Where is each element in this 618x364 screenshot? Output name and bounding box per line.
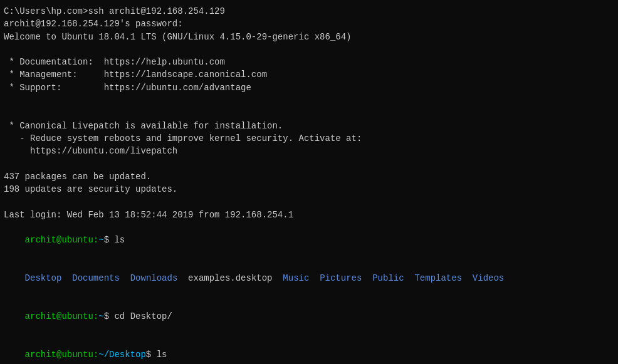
line-empty2 xyxy=(4,94,614,107)
path-1: ~ xyxy=(98,235,103,245)
path-3: ~/Desktop xyxy=(98,350,146,360)
line-password: archit@192.168.254.129's password: xyxy=(4,18,614,30)
line-livepatch: * Canonical Livepatch is available for i… xyxy=(4,120,614,132)
line-empty1 xyxy=(4,43,614,56)
dir-templates: Templates xyxy=(414,273,462,283)
sp5 xyxy=(404,273,415,283)
line-mgmt: * Management: https://landscape.canonica… xyxy=(4,68,614,81)
line-reduce: - Reduce system reboots and improve kern… xyxy=(4,132,614,145)
dir-desktop: Desktop xyxy=(25,273,62,283)
terminal: C:\Users\hp.com>ssh archit@192.168.254.1… xyxy=(0,0,618,364)
line-updates: 198 updates are security updates. xyxy=(4,183,614,195)
prompt-1: archit@ubuntu: xyxy=(25,235,99,245)
prompt-2: archit@ubuntu: xyxy=(25,311,99,321)
dollar-3: $ ls xyxy=(146,350,167,360)
line-ls-output: Desktop Documents Downloads examples.des… xyxy=(4,259,614,298)
line-empty3 xyxy=(4,107,614,119)
examples: examples.desktop xyxy=(177,273,283,283)
dir-videos: Videos xyxy=(473,273,504,283)
dir-downloads: Downloads xyxy=(130,273,178,283)
line-lastlogin: Last login: Wed Feb 13 18:52:44 2019 fro… xyxy=(4,209,614,221)
dollar-1: $ ls xyxy=(104,235,125,245)
line-ls-cmd: archit@ubuntu:~$ ls xyxy=(4,221,614,259)
dir-public: Public xyxy=(372,273,404,283)
dollar-2: $ cd Desktop/ xyxy=(104,311,172,321)
dir-pictures: Pictures xyxy=(320,273,362,283)
line-ls-desktop: archit@ubuntu:~/Desktop$ ls xyxy=(4,336,614,364)
sp1 xyxy=(61,273,72,283)
line-packages: 437 packages can be updated. xyxy=(4,170,614,183)
sp2 xyxy=(120,273,130,283)
line-livepatch-url: https://ubuntu.com/livepatch xyxy=(4,145,614,157)
line-welcome: Welcome to Ubuntu 18.04.1 LTS (GNU/Linux… xyxy=(4,31,614,43)
dir-music: Music xyxy=(283,273,309,283)
line-empty5 xyxy=(4,195,614,208)
line-doc: * Documentation: https://help.ubuntu.com xyxy=(4,56,614,68)
sp6 xyxy=(462,273,473,283)
sp4 xyxy=(362,273,372,283)
line-cd-desktop: archit@ubuntu:~$ cd Desktop/ xyxy=(4,298,614,336)
line-ssh-cmd: C:\Users\hp.com>ssh archit@192.168.254.1… xyxy=(4,5,614,18)
sp3 xyxy=(309,273,320,283)
prompt-3: archit@ubuntu: xyxy=(25,350,99,360)
dir-documents: Documents xyxy=(72,273,120,283)
path-2: ~ xyxy=(98,311,103,321)
line-support: * Support: https://ubuntu.com/advantage xyxy=(4,81,614,94)
line-empty4 xyxy=(4,158,614,170)
